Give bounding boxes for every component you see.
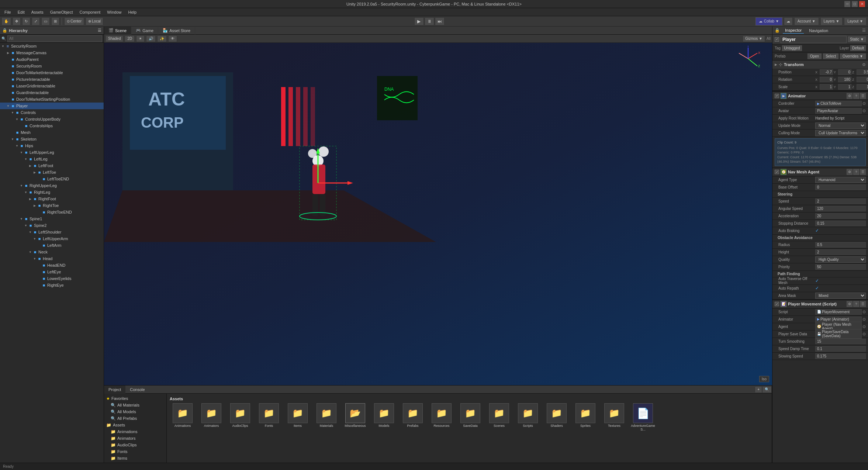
menu-component[interactable]: Component xyxy=(76,9,103,15)
speed-input[interactable] xyxy=(815,198,866,204)
controller-pick-icon[interactable]: ⊙ xyxy=(862,101,866,106)
local-button[interactable]: ⊕ Local xyxy=(86,17,103,25)
auto-repath-check[interactable]: ✓ xyxy=(815,286,819,291)
sidebar-favorites[interactable]: ★ Favorites xyxy=(106,395,165,402)
script-field[interactable]: 📄 PlayerMovement xyxy=(815,309,862,315)
cloud-button[interactable]: ☁ xyxy=(784,17,793,25)
sidebar-all-models[interactable]: 🔍 All Models xyxy=(106,408,165,415)
list-item[interactable]: ▶ ■ LeftToe xyxy=(0,169,104,176)
list-item[interactable]: ▼ ■ LeftShoulder xyxy=(0,229,104,235)
asset-animators-folder[interactable]: 📁 Animators xyxy=(198,403,224,431)
asset-prefabs-folder[interactable]: 📁 Prefabs xyxy=(400,403,426,431)
list-item[interactable]: ▼ ■ Neck xyxy=(0,249,104,255)
list-item[interactable]: ▶ ■ RightEye xyxy=(0,282,104,288)
hierarchy-menu-icon[interactable]: ☰ xyxy=(98,28,101,33)
menu-gameobject[interactable]: GameObject xyxy=(47,9,76,15)
menu-assets[interactable]: Assets xyxy=(28,9,46,15)
avatar-field[interactable]: PlayerAvatar xyxy=(815,108,862,114)
update-mode-dropdown[interactable]: Normal xyxy=(815,122,866,129)
menu-window[interactable]: Window xyxy=(104,9,124,15)
quality-dropdown[interactable]: High Quality xyxy=(815,256,866,263)
list-item[interactable]: ▶ ■ MessageCanvas xyxy=(0,49,104,56)
rotation-z-input[interactable] xyxy=(857,77,868,82)
tab-inspector[interactable]: Inspector xyxy=(783,27,804,34)
scale-z-input[interactable] xyxy=(857,84,868,90)
player-save-data-field[interactable]: 💾 PlayerSaveData (SaveData) xyxy=(815,329,862,339)
radius-input[interactable] xyxy=(815,242,866,248)
list-item[interactable]: ▶ ■ HeadEND xyxy=(0,262,104,269)
asset-scenes-folder[interactable]: 📁 Scenes xyxy=(486,403,512,431)
list-item[interactable]: ▶ ■ RightToeEND xyxy=(0,209,104,215)
hand-tool-button[interactable]: ✋ xyxy=(1,17,11,25)
list-item[interactable]: ▼ ■ RightUpperLeg xyxy=(0,182,104,189)
asset-sprites-folder[interactable]: 📁 Sprites xyxy=(573,403,598,431)
tab-asset-store[interactable]: 🏪 Asset Store xyxy=(158,27,195,35)
inspector-menu-icon[interactable]: ☰ xyxy=(862,28,866,33)
multi-tool-button[interactable]: ⊞ xyxy=(51,17,59,25)
prefab-open-button[interactable]: Open xyxy=(808,53,822,59)
angular-speed-input[interactable] xyxy=(815,206,866,211)
list-item[interactable]: ▶ ■ LeftToeEND xyxy=(0,176,104,182)
tab-navigation[interactable]: Navigation xyxy=(807,28,830,34)
rotation-x-input[interactable] xyxy=(820,77,833,82)
slowing-speed-input[interactable] xyxy=(815,353,866,359)
stopping-distance-input[interactable] xyxy=(815,221,866,226)
culling-mode-dropdown[interactable]: Cull Update Transforms xyxy=(815,130,866,136)
prefab-overrides-button[interactable]: Overrides ▼ xyxy=(840,53,866,59)
lighting-button[interactable]: ☀ xyxy=(136,35,145,42)
sidebar-animations[interactable]: 📁 Animations xyxy=(106,428,165,435)
layout-button[interactable]: Layout ▼ xyxy=(844,17,867,25)
area-mask-dropdown[interactable]: Mixed xyxy=(815,293,866,299)
pause-button[interactable]: ⏸ xyxy=(425,17,434,25)
list-item[interactable]: ▶ ■ SecurityRoom xyxy=(0,63,104,69)
nav-mesh-enabled-checkbox[interactable]: ✓ xyxy=(775,170,779,174)
hidden-objects-button[interactable]: 👁 xyxy=(168,35,177,42)
hierarchy-search-input[interactable] xyxy=(7,35,102,42)
height-input[interactable] xyxy=(815,249,866,255)
asset-animations-folder[interactable]: 📁 Animations xyxy=(170,403,196,431)
list-item[interactable]: ▼ ■ LeftUpperLeg xyxy=(0,149,104,156)
player-movement-enabled-checkbox[interactable]: ✓ xyxy=(775,302,779,306)
list-item[interactable]: ▼ ■ Controls xyxy=(0,109,104,116)
script-pick-icon[interactable]: ⊙ xyxy=(862,310,866,314)
list-item[interactable]: ▼ ■ LeftUpperArm xyxy=(0,235,104,242)
rotate-tool-button[interactable]: ↻ xyxy=(22,17,30,25)
account-button[interactable]: Account ▼ xyxy=(794,17,819,25)
asset-resources-folder[interactable]: 📁 Resources xyxy=(429,403,454,431)
collab-button[interactable]: ☁ Collab ▼ xyxy=(755,17,782,25)
pm-help-button[interactable]: ? xyxy=(853,301,859,307)
animator-settings-button[interactable]: ⚙ xyxy=(847,93,853,99)
list-item[interactable]: ▼ ■ LeftLeg xyxy=(0,156,104,162)
save-data-pick-icon[interactable]: ⊙ xyxy=(862,332,866,336)
pm-animator-pick-icon[interactable]: ⊙ xyxy=(862,317,866,322)
list-item[interactable]: ▶ ■ AudioParent xyxy=(0,56,104,63)
pm-animator-field[interactable]: ▶ Player (Animator) xyxy=(815,317,862,322)
pm-agent-pick-icon[interactable]: ⊙ xyxy=(862,324,866,329)
scale-x-input[interactable] xyxy=(820,84,833,90)
asset-fonts-folder[interactable]: 📁 Fonts xyxy=(256,403,282,431)
animator-enabled-checkbox[interactable]: ✓ xyxy=(775,94,779,98)
asset-adventure-script[interactable]: 📄 AdventureGameS... xyxy=(630,403,656,431)
gizmos-button[interactable]: Gizmos ▼ xyxy=(743,35,765,42)
scene-viewport[interactable]: ATC CORP xyxy=(104,43,772,385)
list-item[interactable]: ▶ ■ Mesh xyxy=(0,129,104,136)
animator-menu-button[interactable]: ☰ xyxy=(860,93,866,99)
list-item[interactable]: ▶ ■ LeftFoot xyxy=(0,162,104,169)
menu-help[interactable]: Help xyxy=(125,9,139,15)
iso-label[interactable]: Iso xyxy=(759,376,769,382)
sidebar-all-materials[interactable]: 🔍 All Materials xyxy=(106,402,165,408)
pm-menu-button[interactable]: ☰ xyxy=(860,301,866,307)
object-enabled-checkbox[interactable]: ✓ xyxy=(775,37,779,42)
scale-tool-button[interactable]: ⤢ xyxy=(32,17,40,25)
list-item[interactable]: ▶ ■ DoorToMarketInteractable xyxy=(0,69,104,76)
effects-button[interactable]: ✨ xyxy=(157,35,167,42)
nav-mesh-agent-header[interactable]: ✓ 🧭 Nav Mesh Agent ⚙ ? ☰ xyxy=(772,167,868,176)
list-item[interactable]: ▶ ■ GuardInteractable xyxy=(0,89,104,96)
maximize-button[interactable]: □ xyxy=(852,1,858,7)
nav-help-button[interactable]: ? xyxy=(853,169,859,175)
menu-file[interactable]: File xyxy=(1,9,14,15)
agent-type-dropdown[interactable]: Humanoid xyxy=(815,177,866,183)
rotation-y-input[interactable] xyxy=(838,77,851,82)
sidebar-animators[interactable]: 📁 Animators xyxy=(106,435,165,442)
shaded-dropdown[interactable]: Shaded xyxy=(106,35,123,42)
